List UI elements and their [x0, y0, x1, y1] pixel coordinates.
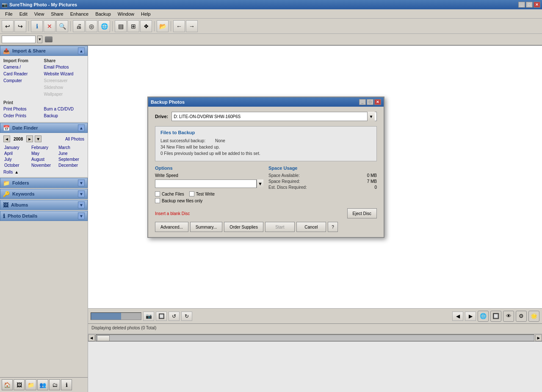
bottom-icon-4[interactable]: ⚙	[516, 311, 527, 322]
camera-control-button[interactable]: 📷	[143, 312, 154, 321]
view1-button[interactable]: ▤	[115, 20, 127, 32]
rotate-left-button[interactable]: ↺	[169, 312, 180, 321]
albums-collapse[interactable]: ▼	[78, 202, 85, 208]
test-write-checkbox[interactable]	[189, 191, 194, 196]
backup-link[interactable]: Backup	[44, 113, 85, 119]
menu-share[interactable]: Share	[47, 11, 66, 17]
import-computer-link[interactable]: Computer	[3, 77, 44, 84]
menu-file[interactable]: File	[2, 11, 16, 17]
minimize-button[interactable]: _	[518, 2, 525, 8]
scroll-right-button[interactable]: ►	[535, 334, 542, 341]
month-september[interactable]: September	[58, 157, 84, 162]
start-button[interactable]: Start	[265, 222, 295, 232]
cd-button[interactable]: ◎	[86, 20, 97, 32]
date-finder-header[interactable]: 📅 Date Finder ▲	[0, 123, 88, 133]
print-button[interactable]: 🖨	[73, 20, 85, 32]
month-march[interactable]: March	[58, 145, 84, 150]
month-june[interactable]: June	[58, 151, 84, 156]
info-button[interactable]: ℹ	[31, 20, 43, 32]
month-january[interactable]: January	[3, 145, 30, 150]
wallpaper-link[interactable]: Wallpaper	[44, 91, 85, 98]
import-share-header[interactable]: 📤 Import & Share ▲	[0, 46, 88, 56]
sidebar-home-button[interactable]: 🏠	[2, 379, 13, 390]
bottom-icon-3[interactable]: 👁	[503, 311, 514, 322]
all-photos-link[interactable]: All Photos	[65, 137, 84, 141]
folders-header[interactable]: 📁 Folders ▼	[0, 178, 88, 188]
dialog-close-button[interactable]: ✕	[374, 99, 381, 105]
cancel-button[interactable]: Cancel	[296, 222, 326, 232]
back-button[interactable]: ↩	[2, 20, 14, 32]
cache-files-checkbox[interactable]	[155, 191, 160, 196]
view2-button[interactable]: ⊞	[127, 20, 139, 32]
scrollbar-track[interactable]	[96, 334, 534, 341]
menu-window[interactable]: Window	[114, 11, 138, 17]
summary-button[interactable]: Summary...	[190, 222, 222, 232]
year-dropdown-button[interactable]: ▼	[35, 135, 41, 142]
year-next-button[interactable]: ►	[26, 135, 33, 142]
month-october[interactable]: October	[3, 163, 30, 168]
burn-cd-link[interactable]: Burn a CD/DVD	[44, 106, 85, 113]
year-prev-button[interactable]: ◄	[3, 135, 10, 142]
import-share-collapse[interactable]: ▲	[78, 47, 85, 54]
month-november[interactable]: November	[30, 163, 57, 168]
maximize-button[interactable]: □	[526, 2, 533, 8]
date-finder-collapse[interactable]: ▲	[78, 124, 85, 131]
view3-button[interactable]: ❖	[140, 20, 152, 32]
dialog-maximize-button[interactable]: □	[367, 99, 373, 105]
backup-new-checkbox[interactable]	[155, 198, 160, 203]
keywords-collapse[interactable]: ▼	[78, 190, 85, 197]
sidebar-album-button[interactable]: 🗂	[49, 379, 60, 390]
nav-back-button[interactable]: ←	[173, 20, 185, 32]
bottom-icon-5[interactable]: 🌟	[528, 311, 539, 322]
folders-collapse[interactable]: ▼	[78, 179, 85, 186]
nav-forward-button[interactable]: →	[186, 20, 198, 32]
month-july[interactable]: July	[3, 157, 30, 162]
bottom-icon-2[interactable]: 🔲	[490, 311, 501, 322]
slideshow-link[interactable]: Slideshow	[44, 84, 85, 91]
eject-disc-button[interactable]: Eject Disc	[347, 208, 377, 218]
month-february[interactable]: February	[30, 145, 57, 150]
forward-button[interactable]: ↪	[14, 20, 26, 32]
menu-backup[interactable]: Backup	[92, 11, 114, 17]
write-speed-arrow[interactable]: ▼	[257, 179, 263, 188]
sidebar-folder-button[interactable]: 📁	[25, 379, 36, 390]
screensaver-link[interactable]: Screensaver	[44, 77, 85, 84]
menu-enhance[interactable]: Enhance	[67, 11, 92, 17]
web-button[interactable]: 🌐	[98, 20, 110, 32]
email-photos-link[interactable]: Email Photos	[44, 64, 85, 71]
month-april[interactable]: April	[3, 151, 30, 156]
order-supplies-button[interactable]: Order Supplies	[224, 222, 263, 232]
print-photos-link[interactable]: Print Photos	[3, 106, 44, 113]
search-input[interactable]	[2, 36, 36, 43]
search-button[interactable]: ▼	[37, 36, 42, 43]
rotate-right-button[interactable]: ↻	[181, 312, 192, 321]
zoom-in-button[interactable]: 🔲	[156, 312, 167, 321]
rolls-link[interactable]: Rolls	[3, 170, 13, 174]
delete-button[interactable]: ✕	[44, 20, 55, 32]
month-december[interactable]: December	[58, 163, 84, 168]
menu-edit[interactable]: Edit	[16, 11, 31, 17]
nav-prev-button[interactable]: ◀	[452, 312, 463, 321]
write-speed-select[interactable]	[155, 179, 257, 188]
folder-button[interactable]: 📂	[157, 20, 169, 32]
month-august[interactable]: August	[30, 157, 57, 162]
insert-disc-link[interactable]: Insert a blank Disc	[155, 211, 190, 216]
nav-next-button[interactable]: ▶	[465, 312, 476, 321]
help-button[interactable]: ?	[328, 222, 338, 232]
sidebar-people-button[interactable]: 👥	[37, 379, 48, 390]
menu-help[interactable]: Help	[138, 11, 154, 17]
bottom-icon-1[interactable]: 🌐	[478, 311, 489, 322]
photo-details-collapse[interactable]: ▼	[78, 213, 85, 219]
sidebar-photo-button[interactable]: 🖼	[14, 379, 25, 390]
drive-dropdown-arrow[interactable]: ▼	[367, 112, 375, 121]
dialog-minimize-button[interactable]: _	[359, 99, 366, 105]
bottom-scrollbar[interactable]: ◄ ►	[88, 334, 542, 341]
zoom-button[interactable]: 🔍	[56, 20, 68, 32]
rolls-expand-icon[interactable]: ▲	[14, 170, 19, 174]
month-may[interactable]: May	[30, 151, 57, 156]
menu-view[interactable]: View	[31, 11, 48, 17]
photo-details-header[interactable]: ℹ Photo Details ▼	[0, 211, 88, 221]
advanced-button[interactable]: Advanced...	[155, 222, 188, 232]
close-button[interactable]: ✕	[534, 2, 540, 8]
scroll-left-button[interactable]: ◄	[88, 334, 95, 341]
